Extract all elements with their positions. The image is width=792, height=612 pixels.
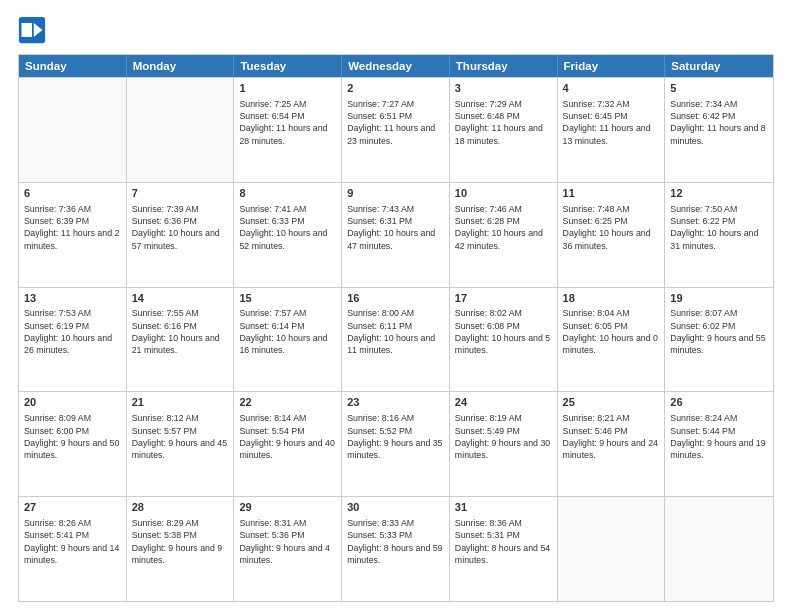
cal-cell: 20Sunrise: 8:09 AMSunset: 6:00 PMDayligh… — [19, 392, 127, 496]
cal-cell — [19, 78, 127, 182]
week-row-5: 27Sunrise: 8:26 AMSunset: 5:41 PMDayligh… — [19, 496, 773, 601]
day-number: 7 — [132, 186, 229, 201]
day-number: 6 — [24, 186, 121, 201]
cell-info: Sunrise: 8:04 AMSunset: 6:05 PMDaylight:… — [563, 308, 658, 355]
cal-cell: 2Sunrise: 7:27 AMSunset: 6:51 PMDaylight… — [342, 78, 450, 182]
day-number: 26 — [670, 395, 768, 410]
cell-info: Sunrise: 7:34 AMSunset: 6:42 PMDaylight:… — [670, 99, 765, 146]
cell-info: Sunrise: 7:32 AMSunset: 6:45 PMDaylight:… — [563, 99, 651, 146]
cell-info: Sunrise: 8:00 AMSunset: 6:11 PMDaylight:… — [347, 308, 435, 355]
day-number: 19 — [670, 291, 768, 306]
cell-info: Sunrise: 8:19 AMSunset: 5:49 PMDaylight:… — [455, 413, 550, 460]
cell-info: Sunrise: 8:02 AMSunset: 6:08 PMDaylight:… — [455, 308, 550, 355]
cal-cell: 16Sunrise: 8:00 AMSunset: 6:11 PMDayligh… — [342, 288, 450, 392]
day-number: 20 — [24, 395, 121, 410]
cal-cell: 10Sunrise: 7:46 AMSunset: 6:28 PMDayligh… — [450, 183, 558, 287]
cell-info: Sunrise: 7:43 AMSunset: 6:31 PMDaylight:… — [347, 204, 435, 251]
cal-cell: 3Sunrise: 7:29 AMSunset: 6:48 PMDaylight… — [450, 78, 558, 182]
day-number: 24 — [455, 395, 552, 410]
cell-info: Sunrise: 8:14 AMSunset: 5:54 PMDaylight:… — [239, 413, 334, 460]
cal-cell: 31Sunrise: 8:36 AMSunset: 5:31 PMDayligh… — [450, 497, 558, 601]
day-number: 21 — [132, 395, 229, 410]
cell-info: Sunrise: 7:29 AMSunset: 6:48 PMDaylight:… — [455, 99, 543, 146]
cal-cell: 11Sunrise: 7:48 AMSunset: 6:25 PMDayligh… — [558, 183, 666, 287]
day-number: 15 — [239, 291, 336, 306]
svg-rect-2 — [22, 23, 33, 37]
cal-cell: 22Sunrise: 8:14 AMSunset: 5:54 PMDayligh… — [234, 392, 342, 496]
day-number: 28 — [132, 500, 229, 515]
day-number: 13 — [24, 291, 121, 306]
header-tuesday: Tuesday — [234, 55, 342, 77]
cal-cell: 13Sunrise: 7:53 AMSunset: 6:19 PMDayligh… — [19, 288, 127, 392]
logo — [18, 16, 50, 44]
cal-cell: 8Sunrise: 7:41 AMSunset: 6:33 PMDaylight… — [234, 183, 342, 287]
cell-info: Sunrise: 7:27 AMSunset: 6:51 PMDaylight:… — [347, 99, 435, 146]
cell-info: Sunrise: 8:07 AMSunset: 6:02 PMDaylight:… — [670, 308, 765, 355]
cell-info: Sunrise: 8:29 AMSunset: 5:38 PMDaylight:… — [132, 518, 222, 565]
calendar-header: Sunday Monday Tuesday Wednesday Thursday… — [19, 55, 773, 77]
header — [18, 16, 774, 44]
cell-info: Sunrise: 8:12 AMSunset: 5:57 PMDaylight:… — [132, 413, 227, 460]
page: Sunday Monday Tuesday Wednesday Thursday… — [0, 0, 792, 612]
cell-info: Sunrise: 7:57 AMSunset: 6:14 PMDaylight:… — [239, 308, 327, 355]
cell-info: Sunrise: 7:36 AMSunset: 6:39 PMDaylight:… — [24, 204, 119, 251]
day-number: 22 — [239, 395, 336, 410]
day-number: 30 — [347, 500, 444, 515]
cal-cell: 17Sunrise: 8:02 AMSunset: 6:08 PMDayligh… — [450, 288, 558, 392]
header-saturday: Saturday — [665, 55, 773, 77]
cal-cell: 25Sunrise: 8:21 AMSunset: 5:46 PMDayligh… — [558, 392, 666, 496]
cell-info: Sunrise: 7:41 AMSunset: 6:33 PMDaylight:… — [239, 204, 327, 251]
cal-cell: 14Sunrise: 7:55 AMSunset: 6:16 PMDayligh… — [127, 288, 235, 392]
day-number: 10 — [455, 186, 552, 201]
day-number: 27 — [24, 500, 121, 515]
day-number: 11 — [563, 186, 660, 201]
day-number: 31 — [455, 500, 552, 515]
day-number: 9 — [347, 186, 444, 201]
cell-info: Sunrise: 8:16 AMSunset: 5:52 PMDaylight:… — [347, 413, 442, 460]
day-number: 18 — [563, 291, 660, 306]
cell-info: Sunrise: 7:39 AMSunset: 6:36 PMDaylight:… — [132, 204, 220, 251]
cell-info: Sunrise: 7:53 AMSunset: 6:19 PMDaylight:… — [24, 308, 112, 355]
week-row-4: 20Sunrise: 8:09 AMSunset: 6:00 PMDayligh… — [19, 391, 773, 496]
header-friday: Friday — [558, 55, 666, 77]
week-row-3: 13Sunrise: 7:53 AMSunset: 6:19 PMDayligh… — [19, 287, 773, 392]
cal-cell — [127, 78, 235, 182]
cell-info: Sunrise: 8:21 AMSunset: 5:46 PMDaylight:… — [563, 413, 658, 460]
day-number: 4 — [563, 81, 660, 96]
logo-icon — [18, 16, 46, 44]
cal-cell: 1Sunrise: 7:25 AMSunset: 6:54 PMDaylight… — [234, 78, 342, 182]
cal-cell — [665, 497, 773, 601]
cal-cell: 7Sunrise: 7:39 AMSunset: 6:36 PMDaylight… — [127, 183, 235, 287]
cal-cell: 6Sunrise: 7:36 AMSunset: 6:39 PMDaylight… — [19, 183, 127, 287]
cell-info: Sunrise: 8:31 AMSunset: 5:36 PMDaylight:… — [239, 518, 329, 565]
cal-cell: 19Sunrise: 8:07 AMSunset: 6:02 PMDayligh… — [665, 288, 773, 392]
cell-info: Sunrise: 8:36 AMSunset: 5:31 PMDaylight:… — [455, 518, 550, 565]
day-number: 17 — [455, 291, 552, 306]
cell-info: Sunrise: 7:46 AMSunset: 6:28 PMDaylight:… — [455, 204, 543, 251]
day-number: 5 — [670, 81, 768, 96]
cal-cell: 29Sunrise: 8:31 AMSunset: 5:36 PMDayligh… — [234, 497, 342, 601]
cal-cell: 30Sunrise: 8:33 AMSunset: 5:33 PMDayligh… — [342, 497, 450, 601]
header-wednesday: Wednesday — [342, 55, 450, 77]
day-number: 8 — [239, 186, 336, 201]
header-sunday: Sunday — [19, 55, 127, 77]
cell-info: Sunrise: 8:26 AMSunset: 5:41 PMDaylight:… — [24, 518, 119, 565]
day-number: 1 — [239, 81, 336, 96]
cal-cell: 24Sunrise: 8:19 AMSunset: 5:49 PMDayligh… — [450, 392, 558, 496]
cal-cell: 18Sunrise: 8:04 AMSunset: 6:05 PMDayligh… — [558, 288, 666, 392]
cal-cell: 23Sunrise: 8:16 AMSunset: 5:52 PMDayligh… — [342, 392, 450, 496]
cal-cell: 4Sunrise: 7:32 AMSunset: 6:45 PMDaylight… — [558, 78, 666, 182]
cell-info: Sunrise: 7:50 AMSunset: 6:22 PMDaylight:… — [670, 204, 758, 251]
calendar-body: 1Sunrise: 7:25 AMSunset: 6:54 PMDaylight… — [19, 77, 773, 601]
cal-cell: 12Sunrise: 7:50 AMSunset: 6:22 PMDayligh… — [665, 183, 773, 287]
cal-cell: 27Sunrise: 8:26 AMSunset: 5:41 PMDayligh… — [19, 497, 127, 601]
cell-info: Sunrise: 8:24 AMSunset: 5:44 PMDaylight:… — [670, 413, 765, 460]
day-number: 3 — [455, 81, 552, 96]
cal-cell: 5Sunrise: 7:34 AMSunset: 6:42 PMDaylight… — [665, 78, 773, 182]
day-number: 29 — [239, 500, 336, 515]
cal-cell: 21Sunrise: 8:12 AMSunset: 5:57 PMDayligh… — [127, 392, 235, 496]
day-number: 14 — [132, 291, 229, 306]
day-number: 2 — [347, 81, 444, 96]
header-monday: Monday — [127, 55, 235, 77]
header-thursday: Thursday — [450, 55, 558, 77]
